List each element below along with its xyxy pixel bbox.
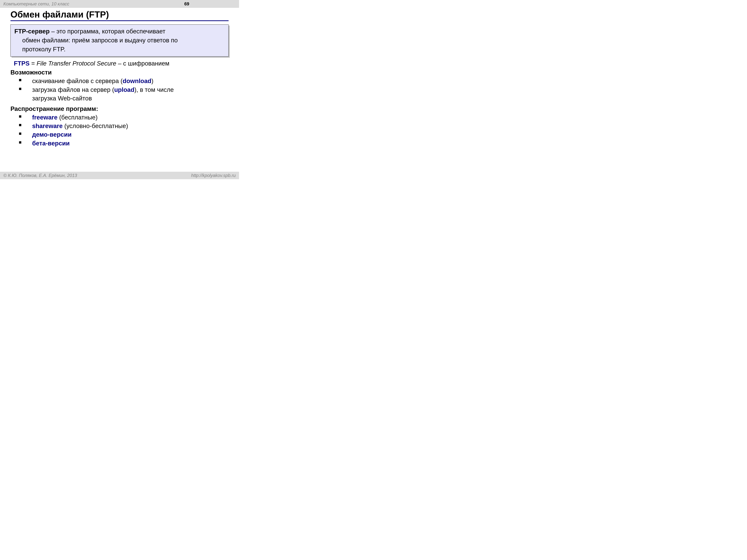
slide: Компьютерные сети, 10 класс 69 Обмен фай… bbox=[0, 0, 239, 179]
item-keyword: download bbox=[123, 77, 151, 84]
definition-text-2: обмен файлами: приём запросов и выдачу о… bbox=[22, 37, 178, 44]
ftps-tail: – c шифрованием bbox=[117, 60, 170, 67]
footer-bar: © К.Ю. Поляков, Е.А. Ерёмин, 2013 http:/… bbox=[0, 172, 239, 179]
item-text-post: (бесплатные) bbox=[57, 114, 98, 121]
capabilities-heading: Возможности bbox=[10, 69, 229, 76]
item-keyword: бета-версии bbox=[32, 140, 70, 147]
item-keyword: freeware bbox=[32, 114, 57, 121]
item-keyword: upload bbox=[114, 86, 134, 93]
definition-text-1: – это программа, которая обеспечивает bbox=[50, 28, 165, 35]
item-text-post: ), в том числе bbox=[134, 86, 174, 93]
item-text-pre: скачивание файлов c сервера ( bbox=[32, 77, 123, 84]
page-number: 69 bbox=[134, 1, 239, 6]
item-keyword: демо-версии bbox=[32, 131, 72, 138]
distribution-list: freeware (бесплатные) shareware (условно… bbox=[10, 113, 229, 148]
distribution-heading: Распространение программ: bbox=[10, 105, 229, 112]
footer-url: http://kpolyakov.spb.ru bbox=[191, 173, 236, 178]
ftps-label: FTPS bbox=[14, 60, 29, 67]
title-underline bbox=[10, 20, 229, 21]
ftps-expansion: File Transfer Protocol Secure bbox=[36, 60, 117, 67]
list-item: демо-версии bbox=[19, 130, 229, 139]
item-text-post: (условно-бесплатные) bbox=[62, 123, 128, 129]
definition-content: FTP-сервер – это программа, которая обес… bbox=[10, 24, 229, 57]
list-item: freeware (бесплатные) bbox=[19, 113, 229, 122]
definition-box: FTP-сервер – это программа, которая обес… bbox=[10, 24, 229, 57]
slide-title: Обмен файлами (FTP) bbox=[10, 9, 229, 20]
item-text-cont: загрузка Web-сайтов bbox=[32, 95, 92, 102]
item-keyword: shareware bbox=[32, 123, 62, 129]
footer-copyright: © К.Ю. Поляков, Е.А. Ерёмин, 2013 bbox=[3, 173, 77, 178]
list-item: бета-версии bbox=[19, 139, 229, 148]
ftps-eq: = bbox=[29, 60, 36, 67]
definition-text-3: протоколу FTP. bbox=[22, 46, 66, 53]
header-bar: Компьютерные сети, 10 класс 69 bbox=[0, 0, 239, 8]
item-text-pre: загрузка файлов на сервер ( bbox=[32, 86, 114, 93]
item-text-post: ) bbox=[151, 77, 153, 84]
header-subject: Компьютерные сети, 10 класс bbox=[3, 1, 69, 6]
ftps-line: FTPS = File Transfer Protocol Secure – c… bbox=[14, 59, 229, 68]
list-item: shareware (условно-бесплатные) bbox=[19, 122, 229, 130]
list-item: загрузка файлов на сервер (upload), в то… bbox=[19, 85, 229, 103]
capabilities-list: скачивание файлов c сервера (download) з… bbox=[10, 77, 229, 103]
list-item: скачивание файлов c сервера (download) bbox=[19, 77, 229, 85]
content-area: Обмен файлами (FTP) FTP-сервер – это про… bbox=[0, 8, 239, 148]
definition-term: FTP-сервер bbox=[15, 28, 50, 35]
